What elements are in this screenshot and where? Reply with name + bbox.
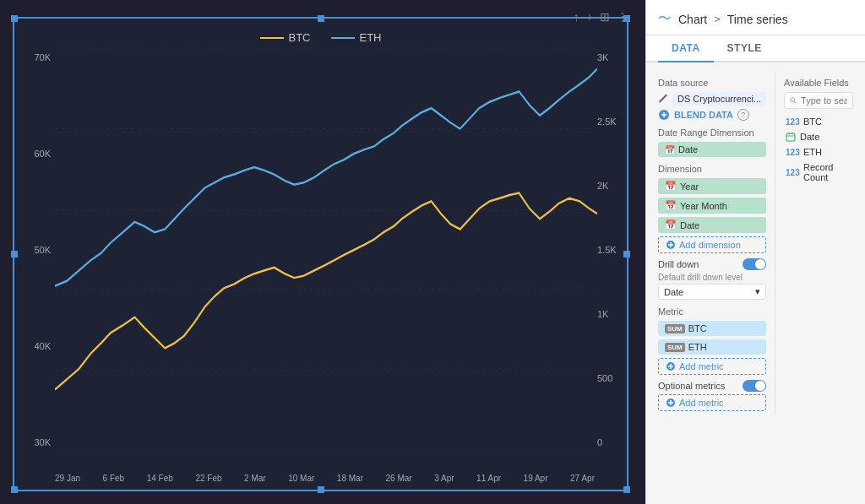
blend-data-button[interactable]: BLEND DATA <box>674 110 733 120</box>
field-type-rc: 123 <box>786 168 799 177</box>
y-right-4: 1.5K <box>597 245 623 255</box>
chart-area: ↑ + ⊞ ⋮ BTC ETH 70K 60K 50K <box>0 0 645 504</box>
optional-metrics-toggle[interactable] <box>743 380 766 392</box>
date-range-value: Date <box>678 144 698 154</box>
panel-subtitle: Time series <box>727 13 788 26</box>
dim-cal-0: 📅 <box>665 181 677 192</box>
x-label-0: 29 Jan <box>55 474 80 483</box>
metric-pill-btc[interactable]: SUM BTC <box>658 321 766 336</box>
tab-style[interactable]: STYLE <box>714 35 775 62</box>
field-label-btc: BTC <box>803 117 822 127</box>
search-icon <box>790 96 797 105</box>
panel-body: Data source DS Cryptocurrenci... BLEND D… <box>646 62 865 423</box>
handle-bm[interactable] <box>318 486 324 493</box>
legend-btc-line <box>260 37 284 39</box>
blend-data-row: BLEND DATA ? <box>658 109 766 121</box>
handle-bl[interactable] <box>11 486 18 493</box>
handle-tl[interactable] <box>11 15 18 22</box>
x-label-2: 14 Feb <box>147 474 173 483</box>
panel-header: 〜 Chart > Time series <box>646 0 865 35</box>
dim-label-2: Date <box>680 220 699 230</box>
metric-label: Metric <box>658 306 766 317</box>
available-fields-title: Available Fields <box>784 78 853 88</box>
drill-level-select[interactable]: Date ▾ <box>658 284 766 300</box>
dim-pill-date[interactable]: 📅 Date <box>658 217 766 233</box>
dim-label-1: Year Month <box>680 201 727 211</box>
field-type-eth: 123 <box>786 148 799 157</box>
dropdown-chevron-icon: ▾ <box>755 286 760 297</box>
add-icon[interactable]: + <box>586 10 593 24</box>
field-type-btc: 123 <box>786 117 799 127</box>
calendar-icon: 📅 <box>665 145 675 154</box>
handle-tm[interactable] <box>318 15 324 22</box>
metric-pill-eth[interactable]: SUM ETH <box>658 339 766 355</box>
add-metric-button[interactable]: Add metric <box>658 358 766 375</box>
field-eth[interactable]: 123 ETH <box>784 144 853 160</box>
legend-btc: BTC <box>260 31 311 44</box>
datasource-row: DS Cryptocurrenci... <box>658 92 766 106</box>
add-opt-metric-icon <box>666 398 676 408</box>
date-range-pill[interactable]: 📅 Date <box>658 142 766 157</box>
field-btc[interactable]: 123 BTC <box>784 114 853 129</box>
add-optional-metric-button[interactable]: Add metric <box>658 394 766 411</box>
panel-right-col: Available Fields 123 BTC Date <box>775 71 853 415</box>
eth-line <box>55 69 597 286</box>
dim-pill-yearmonth[interactable]: 📅 Year Month <box>658 198 766 214</box>
y-left-1: 30K <box>19 437 51 447</box>
y-axis-right: 3K 2.5K 2K 1.5K 1K 500 0 <box>597 52 623 447</box>
svg-point-10 <box>791 98 795 102</box>
dim-cal-2: 📅 <box>665 219 677 230</box>
move-up-icon[interactable]: ↑ <box>574 10 579 24</box>
handle-br[interactable] <box>623 486 630 493</box>
add-circle-icon <box>658 109 670 121</box>
x-label-1: 6 Feb <box>103 474 125 483</box>
add-metric-icon <box>666 361 676 371</box>
y-left-4: 60K <box>19 149 51 159</box>
add-dimension-label: Add dimension <box>679 240 741 250</box>
breadcrumb-sep: > <box>714 13 721 25</box>
handle-tr[interactable] <box>623 15 630 22</box>
x-label-9: 11 Apr <box>476 474 501 483</box>
x-label-3: 22 Feb <box>195 474 221 483</box>
grid-icon[interactable]: ⊞ <box>600 10 610 24</box>
x-label-7: 26 Mar <box>386 474 412 483</box>
optional-metrics-label: Optional metrics <box>658 381 725 391</box>
dim-pill-year[interactable]: 📅 Year <box>658 178 766 194</box>
x-label-6: 18 Mar <box>337 474 363 483</box>
panel-left-col: Data source DS Cryptocurrenci... BLEND D… <box>658 71 775 415</box>
tab-data[interactable]: DATA <box>658 35 714 62</box>
chart-legend: BTC ETH <box>260 31 382 44</box>
panel-title: Chart <box>678 13 707 26</box>
y-right-1: 0 <box>597 437 623 447</box>
right-panel: 〜 Chart > Time series DATA STYLE Data so… <box>645 0 865 504</box>
metric-eth-label: ETH <box>688 342 707 352</box>
drill-down-toggle[interactable] <box>743 258 766 270</box>
search-input[interactable] <box>801 95 847 106</box>
x-label-11: 27 Apr <box>570 474 595 483</box>
handle-mr[interactable] <box>623 251 630 257</box>
field-record-count[interactable]: 123 Record Count <box>784 160 853 185</box>
legend-btc-label: BTC <box>289 31 311 44</box>
field-label-eth: ETH <box>803 147 822 157</box>
field-date[interactable]: Date <box>784 129 853 144</box>
datasource-name[interactable]: DS Cryptocurrenci... <box>672 92 766 106</box>
handle-ml[interactable] <box>11 251 18 257</box>
x-label-8: 3 Apr <box>434 474 454 483</box>
add-metric-label: Add metric <box>679 361 724 371</box>
y-axis-left: 70K 60K 50K 40K 30K <box>19 52 51 447</box>
field-label-rc: Record Count <box>803 162 851 182</box>
y-left-5: 70K <box>19 52 51 62</box>
y-right-6: 2.5K <box>597 117 623 127</box>
add-opt-metric-label: Add metric <box>679 398 724 408</box>
add-dimension-button[interactable]: Add dimension <box>658 236 766 253</box>
drill-sub-label: Default drill down level <box>658 273 766 282</box>
eth-sum-badge: SUM <box>665 343 685 352</box>
optional-metrics-row: Optional metrics <box>658 380 766 392</box>
y-left-2: 40K <box>19 341 51 351</box>
dimension-label: Dimension <box>658 164 766 174</box>
chart-type-icon: 〜 <box>658 10 672 28</box>
dim-cal-1: 📅 <box>665 200 677 211</box>
help-icon[interactable]: ? <box>737 109 749 121</box>
date-range-label: Date Range Dimension <box>658 127 766 138</box>
datasource-label: Data source <box>658 78 766 88</box>
